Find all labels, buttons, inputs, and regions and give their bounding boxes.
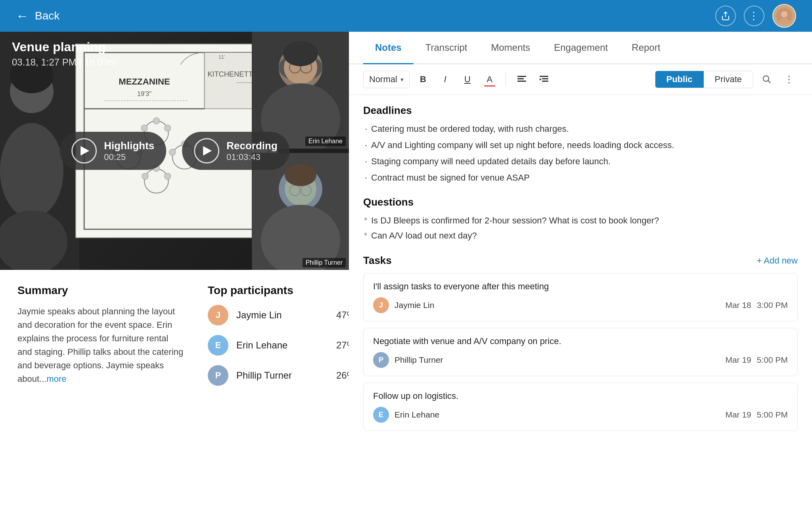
font-color-icon: A bbox=[487, 74, 493, 85]
highlights-play-circle bbox=[71, 138, 97, 164]
svg-text:19'3": 19'3" bbox=[137, 90, 151, 97]
participant-pct-phillip: 26% bbox=[331, 370, 349, 381]
tab-engagement[interactable]: Engagement bbox=[542, 32, 620, 64]
italic-button[interactable]: I bbox=[437, 71, 454, 88]
participant-name-erin: Erin Lehane bbox=[236, 340, 316, 351]
chevron-down-icon: ▾ bbox=[400, 76, 404, 83]
summary-more-link[interactable]: more bbox=[46, 374, 66, 384]
top-participants-title: Top participants bbox=[208, 284, 331, 297]
notes-toolbar: Normal ▾ B I U A bbox=[349, 64, 812, 95]
task-due-date: Mar 18 bbox=[725, 300, 751, 310]
task-assignee-avatar: E bbox=[373, 407, 389, 423]
summary-column: Summary Jaymie speaks about planning the… bbox=[17, 284, 184, 494]
name-tag-erin: Erin Lehane bbox=[305, 137, 346, 146]
user-avatar[interactable] bbox=[772, 4, 796, 28]
tab-moments[interactable]: Moments bbox=[479, 32, 542, 64]
svg-point-5 bbox=[0, 123, 63, 218]
tab-transcript[interactable]: Transcript bbox=[414, 32, 479, 64]
questions-title: Questions bbox=[363, 196, 798, 208]
highlights-play-text: Highlights 00:25 bbox=[104, 140, 154, 162]
more-options-button[interactable]: ⋮ bbox=[780, 71, 798, 88]
style-label: Normal bbox=[369, 74, 397, 85]
svg-text:MEZZANINE: MEZZANINE bbox=[119, 77, 170, 87]
deadline-item: A/V and Lighting company will set up nig… bbox=[363, 139, 798, 152]
task-card: I'll assign tasks to everyone after this… bbox=[363, 273, 798, 321]
task-assignee-avatar: J bbox=[373, 297, 389, 313]
style-selector[interactable]: Normal ▾ bbox=[363, 71, 410, 88]
svg-point-33 bbox=[153, 117, 159, 124]
svg-rect-55 bbox=[540, 76, 548, 77]
svg-point-44 bbox=[283, 41, 318, 66]
left-panel: Venue planning 03.18, 1:27 PM | 1h 03m bbox=[0, 32, 349, 508]
tab-report[interactable]: Report bbox=[620, 32, 672, 64]
deadline-item: Contract must be signed for venue ASAP bbox=[363, 171, 798, 184]
search-button[interactable] bbox=[758, 71, 776, 88]
svg-point-26 bbox=[142, 173, 148, 179]
visibility-toggle: Public Private bbox=[655, 71, 754, 88]
participant-avatar-jaymie: J bbox=[208, 305, 228, 325]
name-tag-phillip: Phillip Turner bbox=[303, 258, 346, 267]
task-assignee-name: Jaymie Lin bbox=[395, 300, 434, 310]
svg-rect-56 bbox=[542, 78, 548, 79]
public-button[interactable]: Public bbox=[655, 71, 704, 88]
svg-point-51 bbox=[285, 164, 316, 186]
app-header: ← Back ⋮ bbox=[0, 0, 812, 32]
task-due-date: Mar 19 bbox=[725, 410, 751, 419]
questions-section: Questions Is DJ Bleeps is confirmed for … bbox=[363, 196, 798, 242]
svg-rect-52 bbox=[517, 76, 526, 77]
tasks-section: Tasks + Add new I'll assign tasks to eve… bbox=[363, 254, 798, 431]
svg-point-28 bbox=[165, 173, 171, 179]
task-card: Follow up on logistics. E Erin Lehane Ma… bbox=[363, 383, 798, 431]
task-meta: E Erin Lehane Mar 19 5:00 PM bbox=[373, 407, 788, 423]
svg-line-59 bbox=[768, 81, 771, 83]
svg-rect-57 bbox=[542, 81, 548, 82]
bold-button[interactable]: B bbox=[414, 71, 432, 88]
video-date: 03.18, 1:27 PM | 1h 03m bbox=[12, 57, 116, 68]
deadline-item: Catering must be ordered today, with rus… bbox=[363, 122, 798, 135]
svg-point-1 bbox=[781, 11, 787, 17]
participant-avatar-erin: E bbox=[208, 335, 228, 356]
task-due-time: 5:00 PM bbox=[757, 410, 788, 419]
header-right: ⋮ bbox=[715, 4, 796, 28]
participant-row: P Phillip Turner 26% bbox=[208, 365, 331, 386]
task-text: Negotiate with venue and A/V company on … bbox=[373, 336, 788, 346]
play-buttons-overlay: Highlights 00:25 Recording 01:03:43 bbox=[59, 132, 289, 170]
indent-button[interactable] bbox=[535, 71, 553, 88]
svg-point-32 bbox=[141, 125, 147, 131]
private-button[interactable]: Private bbox=[704, 71, 753, 88]
participant-pct-erin: 27% bbox=[331, 340, 349, 351]
tasks-header: Tasks + Add new bbox=[363, 254, 798, 267]
tab-notes[interactable]: Notes bbox=[363, 32, 414, 64]
task-assignee-name: Erin Lehane bbox=[395, 410, 439, 419]
recording-play-circle bbox=[194, 138, 219, 164]
participant-name-phillip: Phillip Turner bbox=[236, 370, 316, 381]
align-left-button[interactable] bbox=[513, 71, 530, 88]
back-arrow-icon[interactable]: ← bbox=[16, 9, 29, 23]
underline-button[interactable]: U bbox=[459, 71, 476, 88]
task-meta: J Jaymie Lin Mar 18 3:00 PM bbox=[373, 297, 788, 313]
share-button[interactable] bbox=[715, 6, 736, 26]
font-color-button[interactable]: A bbox=[481, 71, 498, 88]
task-text: I'll assign tasks to everyone after this… bbox=[373, 281, 788, 292]
recording-play-button[interactable]: Recording 01:03:43 bbox=[182, 132, 289, 170]
add-new-task-button[interactable]: + Add new bbox=[757, 256, 798, 266]
svg-point-34 bbox=[165, 125, 171, 131]
notes-tabs: Notes Transcript Moments Engagement Repo… bbox=[349, 32, 812, 64]
svg-rect-54 bbox=[517, 81, 526, 82]
svg-rect-53 bbox=[517, 78, 524, 79]
recording-play-icon bbox=[203, 146, 212, 156]
main-content: Venue planning 03.18, 1:27 PM | 1h 03m bbox=[0, 32, 812, 508]
person-right-top-video: Erin Lehane bbox=[252, 32, 349, 149]
recording-duration: 01:03:43 bbox=[226, 152, 278, 162]
highlights-label: Highlights bbox=[104, 140, 154, 152]
back-button-label[interactable]: Back bbox=[35, 10, 59, 22]
notes-content: Deadlines Catering must be ordered today… bbox=[349, 95, 812, 508]
highlights-play-button[interactable]: Highlights 00:25 bbox=[59, 132, 166, 170]
deadlines-title: Deadlines bbox=[363, 104, 798, 117]
participant-row: E Erin Lehane 27% bbox=[208, 335, 331, 356]
more-button[interactable]: ⋮ bbox=[744, 6, 764, 26]
tasks-title: Tasks bbox=[363, 254, 392, 267]
participant-avatar-phillip: P bbox=[208, 365, 228, 386]
question-item: Can A/V load out next day? bbox=[363, 229, 798, 242]
recording-play-text: Recording 01:03:43 bbox=[226, 140, 278, 162]
